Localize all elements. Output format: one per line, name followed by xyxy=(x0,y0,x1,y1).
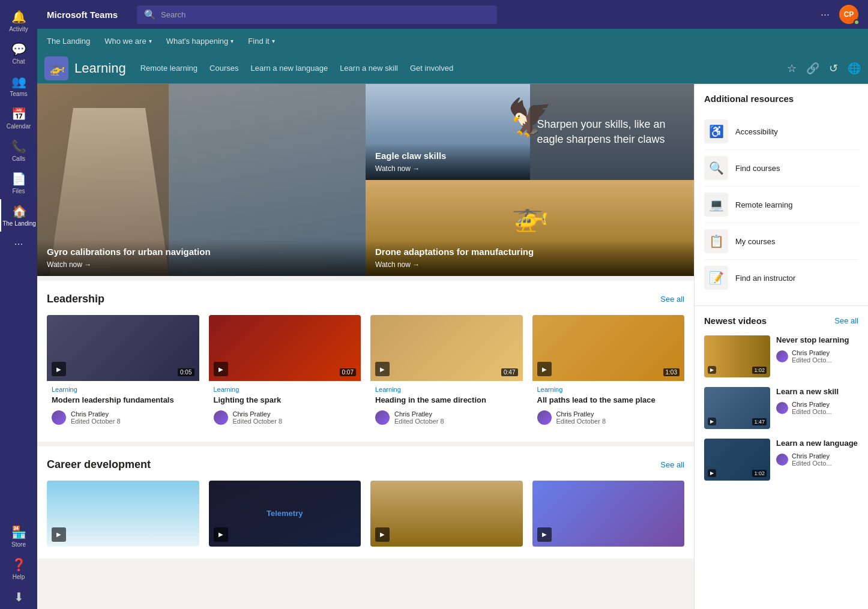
sidebar-label-calls: Calls xyxy=(12,155,25,162)
learning-title: Learning xyxy=(74,61,126,76)
video-duration-1: 0:05 xyxy=(178,368,194,376)
video-category-3: Learning xyxy=(375,386,518,393)
newest-play-2: ▶ xyxy=(708,418,716,425)
resource-accessibility[interactable]: ♿ Accessibility xyxy=(704,113,858,150)
newest-videos-title: Newest videos xyxy=(704,316,767,326)
newest-author-row-1: Chris Pratley Edited Octo... xyxy=(776,349,858,364)
hero-card-eagle[interactable]: Sharpen your skills, like an eagle sharp… xyxy=(366,84,694,180)
video-duration-3: 0:47 xyxy=(501,368,517,376)
main-scroll[interactable]: Gyro calibrations for urban navigation W… xyxy=(37,84,694,609)
find-instructor-icon: 📝 xyxy=(704,266,728,290)
career-see-all[interactable]: See all xyxy=(660,460,684,469)
leadership-section: Leadership See all ▶ 0:05 Learning Mode xyxy=(37,281,694,442)
sidebar-item-calendar[interactable]: 📅 Calendar xyxy=(0,102,37,134)
sidebar-item-calls[interactable]: 📞 Calls xyxy=(0,134,37,167)
channel-nav: The Landing Who we are ▾ What's happenin… xyxy=(37,29,868,53)
download-icon: ⬇ xyxy=(14,590,24,604)
video-info-4: Learning All paths lead to the same plac… xyxy=(532,381,685,430)
activity-icon: 🔔 xyxy=(11,10,26,24)
resource-find-instructor[interactable]: 📝 Find an instructor xyxy=(704,260,858,296)
author-info-3: Chris Pratley Edited October 8 xyxy=(394,410,444,425)
learning-nav-remote[interactable]: Remote learning xyxy=(140,61,197,75)
main-container: Microsoft Teams 🔍 ··· CP The Landing Who… xyxy=(37,0,868,609)
search-bar[interactable]: 🔍 xyxy=(137,5,497,24)
channel-nav-who-we-are[interactable]: Who we are ▾ xyxy=(104,34,151,48)
newest-video-title-1: Never stop learning xyxy=(776,335,858,346)
career-video-3[interactable]: ▶ xyxy=(370,481,523,547)
newest-card-1[interactable]: ▶ 1:02 Never stop learning Chris Pratley… xyxy=(704,335,858,377)
career-video-1[interactable]: ▶ xyxy=(47,481,199,547)
sidebar: 🔔 Activity 💬 Chat 👥 Teams 📅 Calendar 📞 C… xyxy=(0,0,37,609)
files-icon: 📄 xyxy=(11,172,26,186)
career-video-2[interactable]: Telemetry ▶ xyxy=(209,481,361,547)
sidebar-item-the-landing[interactable]: 🏠 The Landing xyxy=(0,199,37,232)
newest-play-3: ▶ xyxy=(708,469,716,477)
newest-edited-2: Edited Octo... xyxy=(792,408,832,415)
channel-nav-find-it[interactable]: Find it ▾ xyxy=(248,34,274,48)
leadership-video-2[interactable]: ▶ 0:07 Learning Lighting the spark Chris… xyxy=(209,315,361,430)
sidebar-label-calendar: Calendar xyxy=(7,123,31,130)
resource-find-courses[interactable]: 🔍 Find courses xyxy=(704,150,858,187)
leadership-video-grid: ▶ 0:05 Learning Modern leadership fundam… xyxy=(47,315,684,430)
newest-author-info-3: Chris Pratley Edited Octo... xyxy=(792,452,832,467)
career-play-1: ▶ xyxy=(52,527,66,542)
leadership-video-1[interactable]: ▶ 0:05 Learning Modern leadership fundam… xyxy=(47,315,199,430)
newest-author-info-1: Chris Pratley Edited Octo... xyxy=(792,349,832,364)
link-icon[interactable]: 🔗 xyxy=(806,62,819,75)
sidebar-label-chat: Chat xyxy=(12,58,25,65)
hero-card-gyro[interactable]: Gyro calibrations for urban navigation W… xyxy=(37,84,366,276)
newest-card-3[interactable]: ▶ 1:02 Learn a new language Chris Pratle… xyxy=(704,439,858,481)
sidebar-item-store[interactable]: 🏪 Store xyxy=(0,520,37,553)
resource-my-courses[interactable]: 📋 My courses xyxy=(704,223,858,260)
hero-title-drone: Drone adaptations for manufacturing xyxy=(375,247,684,257)
learning-nav-language[interactable]: Learn a new language xyxy=(250,61,328,75)
play-icon-1: ▶ xyxy=(52,362,66,376)
author-avatar-4 xyxy=(537,410,552,425)
learning-nav-skill[interactable]: Learn a new skill xyxy=(340,61,398,75)
learning-header-actions: ☆ 🔗 ↺ 🌐 xyxy=(787,62,861,75)
learning-logo: 🚁 xyxy=(44,56,68,80)
leadership-video-4[interactable]: ▶ 1:03 Learning All paths lead to the sa… xyxy=(532,315,685,430)
hero-card-drone[interactable]: Drone adaptations for manufacturing Watc… xyxy=(366,180,694,276)
newest-duration-1: 1:02 xyxy=(752,367,767,374)
topbar-more-icon[interactable]: ··· xyxy=(821,8,830,21)
search-input[interactable] xyxy=(161,10,490,19)
sidebar-more[interactable]: ··· xyxy=(14,232,23,256)
find-courses-icon: 🔍 xyxy=(704,156,728,180)
star-icon[interactable]: ☆ xyxy=(787,62,797,75)
hero-overlay-gyro: Gyro calibrations for urban navigation W… xyxy=(37,239,366,276)
sidebar-item-chat[interactable]: 💬 Chat xyxy=(0,37,37,70)
remote-learning-icon: 💻 xyxy=(704,193,728,217)
avatar[interactable]: CP xyxy=(839,5,858,24)
learning-nav-involved[interactable]: Get involved xyxy=(410,61,453,75)
newest-author-info-2: Chris Pratley Edited Octo... xyxy=(792,401,832,415)
career-title: Career development xyxy=(47,458,151,471)
newest-play-1: ▶ xyxy=(708,366,716,374)
help-icon: ❓ xyxy=(11,557,26,572)
leadership-video-3[interactable]: ▶ 0:47 Learning Heading in the same dire… xyxy=(370,315,523,430)
sidebar-item-teams[interactable]: 👥 Teams xyxy=(0,70,37,102)
author-name-2: Chris Pratley xyxy=(233,410,283,418)
video-thumb-1: ▶ 0:05 xyxy=(47,315,199,381)
sidebar-item-files[interactable]: 📄 Files xyxy=(0,167,37,199)
sidebar-item-help[interactable]: ❓ Help xyxy=(0,553,37,585)
resource-remote-learning[interactable]: 💻 Remote learning xyxy=(704,187,858,223)
sidebar-item-activity[interactable]: 🔔 Activity xyxy=(0,5,37,37)
leadership-see-all[interactable]: See all xyxy=(660,295,684,304)
newest-see-all[interactable]: See all xyxy=(834,316,858,325)
video-category-4: Learning xyxy=(537,386,680,393)
career-play-2: ▶ xyxy=(214,527,228,542)
globe-icon[interactable]: 🌐 xyxy=(848,62,861,75)
video-info-3: Learning Heading in the same direction C… xyxy=(370,381,523,430)
newest-card-2[interactable]: ▶ 1:47 Learn a new skill Chris Pratley E… xyxy=(704,387,858,429)
play-icon-2: ▶ xyxy=(214,362,228,376)
career-video-4[interactable]: ▶ xyxy=(532,481,685,547)
sidebar-item-download[interactable]: ⬇ xyxy=(0,585,37,609)
newest-video-title-2: Learn a new skill xyxy=(776,387,858,397)
channel-nav-whats-happening[interactable]: What's happening ▾ xyxy=(166,34,234,48)
newest-duration-3: 1:02 xyxy=(752,470,767,477)
hero-watch-drone: Watch now → xyxy=(375,260,684,269)
refresh-icon[interactable]: ↺ xyxy=(829,62,838,75)
learning-nav-courses[interactable]: Courses xyxy=(209,61,238,75)
channel-nav-the-landing[interactable]: The Landing xyxy=(47,34,90,48)
